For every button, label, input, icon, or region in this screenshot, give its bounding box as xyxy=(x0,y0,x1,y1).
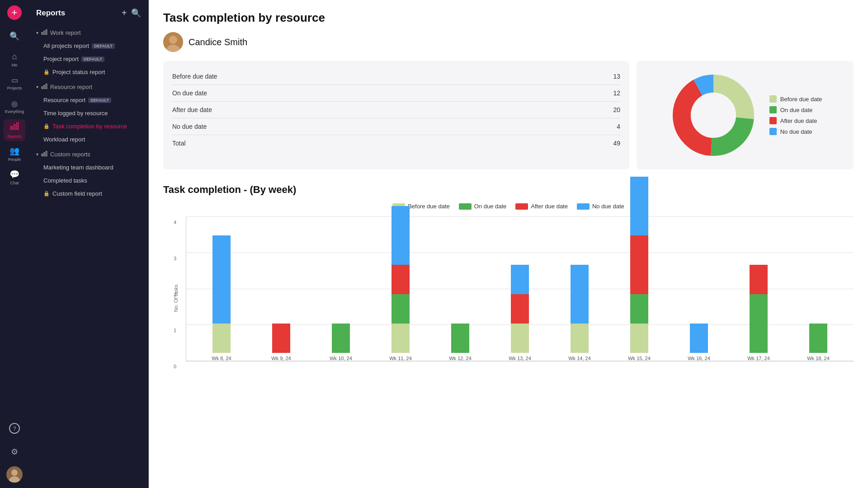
bar-segment-nodue xyxy=(511,265,529,294)
project-status-report[interactable]: 🔒 Project status report xyxy=(29,66,148,79)
svg-rect-8 xyxy=(42,33,42,35)
stacked-bar-3 xyxy=(392,206,410,353)
project-report[interactable]: Project report DEFAULT xyxy=(29,52,148,66)
all-projects-report[interactable]: All projects report DEFAULT xyxy=(29,39,148,52)
lock-icon-2: 🔒 xyxy=(43,123,50,129)
bar-segment-before xyxy=(212,324,231,353)
legend-before: Before due date xyxy=(769,95,822,103)
y-tick-4: 4 xyxy=(174,220,176,225)
marketing-dashboard-item[interactable]: Marketing team dashboard xyxy=(29,161,148,174)
week-label-7: Wk 15, 24 xyxy=(628,356,651,361)
time-logged-label: Time logged by resource xyxy=(43,110,108,117)
completed-tasks-item[interactable]: Completed tasks xyxy=(29,174,148,187)
stacked-bar-8 xyxy=(690,324,708,353)
reports-nav[interactable]: Reports xyxy=(4,119,25,141)
everything-nav[interactable]: ◎ Everything xyxy=(4,96,25,117)
resource-report-badge: DEFAULT xyxy=(88,98,111,103)
chevron-down-icon-3: ▾ xyxy=(36,152,38,157)
svg-rect-9 xyxy=(46,84,47,89)
week-label-10: Wk 18, 24 xyxy=(807,356,830,361)
task-completion-label: Task completion by resource xyxy=(52,123,127,130)
week-group-4: Wk 12, 24 xyxy=(430,324,490,361)
stat-on-val: 12 xyxy=(613,89,620,97)
bar-segment-on xyxy=(630,294,648,324)
workload-report-item[interactable]: Workload report xyxy=(29,133,148,146)
week-label-5: Wk 13, 24 xyxy=(509,356,531,361)
people-nav[interactable]: 👥 People xyxy=(4,143,25,164)
week-group-6: Wk 14, 24 xyxy=(550,265,609,361)
add-button[interactable]: + xyxy=(7,5,22,20)
week-group-7: Wk 15, 24 xyxy=(609,177,669,361)
settings-icon[interactable]: ⚙ xyxy=(4,441,25,463)
bar-segment-after xyxy=(392,265,410,294)
section-resource-report[interactable]: ▾ Resource report xyxy=(29,79,148,94)
legend-after-label: After due date xyxy=(780,117,817,124)
donut-chart xyxy=(668,70,759,160)
bar-chart-icon xyxy=(41,29,47,37)
chart-area: 0 1 2 3 4 Wk 8, 24Wk 9, 24Wk 10, 24Wk 11… xyxy=(186,217,854,361)
user-avatar[interactable] xyxy=(6,466,23,483)
stat-before-label: Before due date xyxy=(172,73,217,80)
section-work-report[interactable]: ▾ Work report xyxy=(29,24,148,39)
stat-nodue-val: 4 xyxy=(617,123,620,130)
legend-swatch-on xyxy=(459,203,472,210)
week-group-5: Wk 13, 24 xyxy=(490,265,550,361)
work-report-label: Work report xyxy=(50,29,81,36)
stacked-bar-1 xyxy=(272,324,290,353)
stat-total-val: 49 xyxy=(613,140,620,147)
week-group-1: Wk 9, 24 xyxy=(251,324,311,361)
resource-avatar xyxy=(163,32,183,52)
custom-field-label: Custom field report xyxy=(52,190,102,197)
week-label-4: Wk 12, 24 xyxy=(449,356,472,361)
resource-name: Candice Smith xyxy=(189,37,247,47)
custom-field-report-item[interactable]: 🔒 Custom field report xyxy=(29,187,148,200)
completed-tasks-label: Completed tasks xyxy=(43,177,87,184)
add-report-button[interactable]: + xyxy=(122,8,127,18)
bars-group: Wk 8, 24Wk 9, 24Wk 10, 24Wk 11, 24Wk 12,… xyxy=(186,217,854,361)
left-nav: Reports + 🔍 ▾ Work report All projects r… xyxy=(29,0,149,488)
svg-rect-11 xyxy=(42,87,42,89)
resource-report-item[interactable]: Resource report DEFAULT xyxy=(29,94,148,107)
chart-legend: Before due date On due date After due da… xyxy=(163,203,854,210)
svg-rect-13 xyxy=(44,153,45,156)
section-custom-reports[interactable]: ▾ Custom reports xyxy=(29,146,148,161)
project-report-label: Project report xyxy=(43,56,79,62)
project-report-badge: DEFAULT xyxy=(81,56,104,62)
swatch-before xyxy=(769,95,777,103)
bar-segment-after xyxy=(630,235,648,294)
lock-icon: 🔒 xyxy=(43,69,50,75)
chat-nav[interactable]: 💬 Chat xyxy=(4,166,25,188)
legend-on: On due date xyxy=(769,106,822,113)
chevron-down-icon-2: ▾ xyxy=(36,84,38,89)
resource-report-label: Resource report xyxy=(50,84,92,90)
bar-segment-on xyxy=(809,324,827,353)
stacked-bar-6 xyxy=(571,265,589,353)
help-icon[interactable]: ? xyxy=(4,418,25,439)
bar-segment-after xyxy=(272,324,290,353)
search-icon-nav[interactable]: 🔍 xyxy=(4,25,25,47)
week-label-9: Wk 17, 24 xyxy=(747,356,770,361)
time-logged-item[interactable]: Time logged by resource xyxy=(29,107,148,120)
legend-after: After due date xyxy=(769,117,822,124)
week-label-0: Wk 8, 24 xyxy=(212,356,231,361)
stacked-bar-4 xyxy=(451,324,469,353)
svg-rect-10 xyxy=(44,85,45,89)
stacked-bar-10 xyxy=(809,324,827,353)
left-nav-header: Reports + 🔍 xyxy=(29,0,148,24)
week-label-3: Wk 11, 24 xyxy=(389,356,412,361)
stat-total: Total 49 xyxy=(172,135,620,151)
legend-item-on-label: On due date xyxy=(474,203,507,210)
projects-nav[interactable]: ▭ Projects xyxy=(4,72,25,94)
task-completion-item[interactable]: 🔒 Task completion by resource xyxy=(29,120,148,133)
search-report-button[interactable]: 🔍 xyxy=(131,8,141,18)
bar-segment-before xyxy=(571,324,589,353)
week-group-0: Wk 8, 24 xyxy=(192,235,251,361)
bar-chart-container: No. Of tasks 0 1 2 3 4 Wk 8, 24Wk 9, 24W… xyxy=(163,217,854,380)
left-nav-actions: + 🔍 xyxy=(122,8,141,18)
svg-point-4 xyxy=(11,469,18,476)
svg-rect-7 xyxy=(44,31,45,35)
legend-nodue-label: No due date xyxy=(780,128,812,135)
me-nav[interactable]: ⌂ Me xyxy=(4,49,25,70)
swatch-on xyxy=(769,106,777,113)
y-tick-3: 3 xyxy=(174,256,176,261)
